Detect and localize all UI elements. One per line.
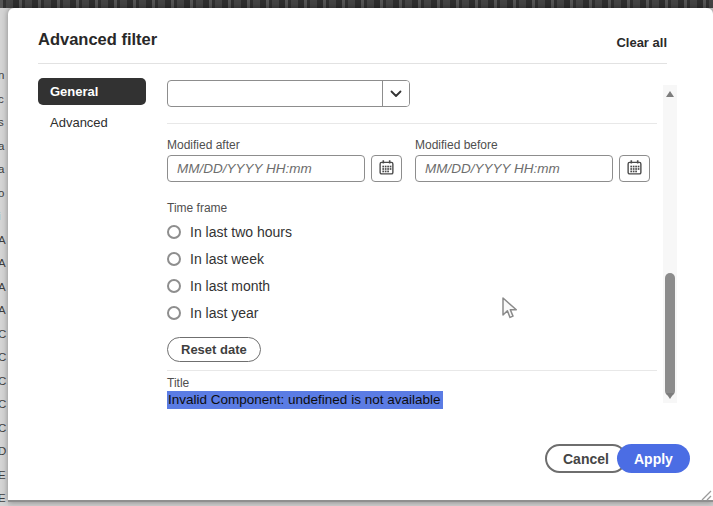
sidebar-item-advanced[interactable]: Advanced [50, 115, 108, 130]
scrollbar-thumb[interactable] [665, 273, 675, 396]
background-text-fragment: E [0, 464, 8, 488]
calendar-icon [626, 159, 643, 179]
filter-combobox-open-button[interactable] [382, 81, 409, 106]
background-text-fragment: o [0, 182, 8, 206]
resize-grip-icon[interactable] [700, 487, 712, 505]
title-field-label: Title [167, 376, 189, 390]
background-text-fragment: D [0, 440, 8, 464]
background-text-fragment: C [0, 417, 8, 441]
apply-button[interactable]: Apply [617, 444, 690, 473]
radio-label: In last year [190, 305, 258, 321]
filter-combobox [167, 80, 410, 107]
section-divider [167, 370, 657, 371]
modified-after-input[interactable] [167, 155, 365, 182]
background-text-fragment: E [0, 487, 8, 506]
sidebar-item-general[interactable]: General [38, 78, 146, 105]
radio-label: In last month [190, 278, 270, 294]
radio-button-icon[interactable] [167, 279, 181, 293]
radio-in-last-year[interactable]: In last year [167, 305, 258, 321]
filter-combobox-input[interactable] [168, 81, 382, 106]
clear-all-button[interactable]: Clear all [616, 35, 667, 50]
chevron-down-icon [390, 86, 402, 101]
page: ncsaaoiAAAACCCCCDEE Advanced filter Clea… [0, 0, 713, 506]
radio-in-last-month[interactable]: In last month [167, 278, 270, 294]
background-text-fragment: A [0, 252, 8, 276]
dialog-title: Advanced filter [38, 30, 157, 49]
background-text-fragment: c [0, 88, 8, 112]
background-text-fragment: n [0, 64, 8, 88]
content-scrollbar[interactable] [663, 85, 677, 403]
background-text-fragment: A [0, 299, 8, 323]
cancel-button[interactable]: Cancel [545, 444, 627, 473]
modified-before-input[interactable] [415, 155, 613, 182]
background-text-fragment: a [0, 135, 8, 159]
reset-date-button[interactable]: Reset date [167, 337, 261, 362]
scroll-down-icon[interactable] [666, 393, 674, 399]
header-divider [38, 63, 667, 64]
radio-label: In last week [190, 251, 264, 267]
background-text-fragment: C [0, 370, 8, 394]
background-text-fragment: C [0, 346, 8, 370]
background-text-fragment: A [0, 276, 8, 300]
modified-after-label: Modified after [167, 138, 240, 152]
radio-label: In last two hours [190, 224, 292, 240]
modified-before-label: Modified before [415, 138, 498, 152]
background-page-top [0, 0, 713, 8]
section-divider [167, 123, 657, 124]
radio-in-last-two-hours[interactable]: In last two hours [167, 224, 292, 240]
radio-button-icon[interactable] [167, 306, 181, 320]
radio-button-icon[interactable] [167, 225, 181, 239]
background-text-fragment: a [0, 158, 8, 182]
title-field-value[interactable]: Invalid Component: undefined is not avai… [167, 391, 443, 409]
radio-button-icon[interactable] [167, 252, 181, 266]
background-text-fragment: s [0, 111, 8, 135]
radio-in-last-week[interactable]: In last week [167, 251, 264, 267]
background-text-fragment: A [0, 229, 8, 253]
background-text-fragment: C [0, 323, 8, 347]
modified-after-calendar-button[interactable] [371, 155, 402, 182]
scroll-up-icon[interactable] [666, 91, 674, 97]
time-frame-label: Time frame [167, 201, 227, 215]
advanced-filter-dialog: Advanced filter Clear all General Advanc… [8, 8, 713, 502]
background-left-strip: ncsaaoiAAAACCCCCDEE [0, 8, 8, 506]
calendar-icon [378, 159, 395, 179]
background-text-fragment: i [0, 205, 8, 229]
background-text-fragment: C [0, 393, 8, 417]
modified-before-calendar-button[interactable] [619, 155, 650, 182]
